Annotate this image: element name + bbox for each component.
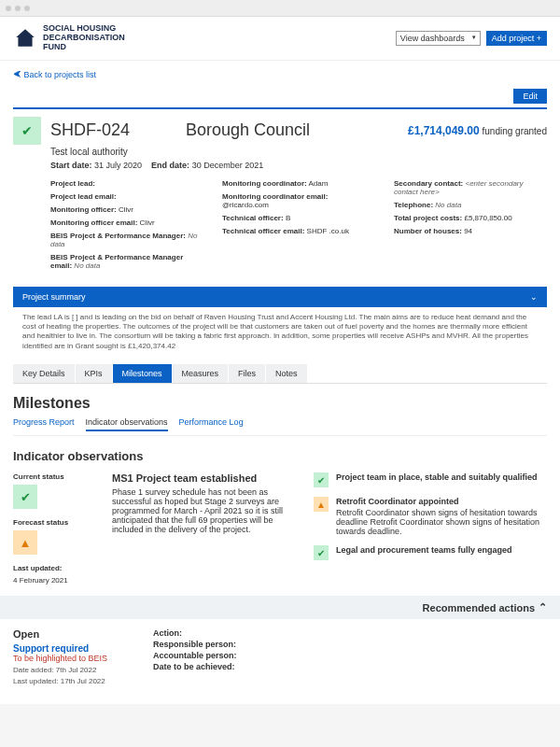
section-title: Milestones (13, 395, 547, 412)
tab-notes[interactable]: Notes (266, 364, 307, 383)
view-dashboards-select[interactable]: View dashboards (396, 31, 481, 46)
last-updated-label: Last updated: (13, 564, 97, 572)
logo-line3: FUND (43, 43, 125, 52)
project-code: SHDF-024 (50, 120, 130, 140)
end-date: 30 December 2021 (192, 161, 264, 170)
tab-files[interactable]: Files (229, 364, 265, 383)
subtab-perflog[interactable]: Performance Log (179, 417, 244, 431)
milestone-title: MS1 Project team established (112, 472, 299, 484)
window-dot (6, 6, 11, 11)
warning-icon: ▲ (13, 530, 37, 555)
check-icon: ✔ (314, 545, 329, 560)
window-dot (15, 6, 21, 11)
subtab-progress[interactable]: Progress Report (13, 417, 75, 431)
start-date: 31 July 2020 (94, 161, 142, 170)
details-grid: Project lead: Project lead email: Monito… (50, 179, 547, 270)
tabs: Key Details KPIs Milestones Measures Fil… (13, 364, 547, 384)
funding-label: funding granted (482, 126, 547, 136)
recommended-actions-bar[interactable]: Recommended actions ⌃ (0, 596, 560, 619)
tab-milestones[interactable]: Milestones (113, 364, 172, 383)
subtab-indicator[interactable]: Indicator observations (86, 417, 168, 431)
window-dot (24, 6, 30, 11)
warning-icon: ▲ (314, 497, 329, 512)
check-icon: ✔ (13, 485, 37, 509)
observations: Current status ✔ Forecast status ▲ Last … (13, 472, 547, 585)
date-achieved-label: Date to be achieved: (153, 662, 235, 671)
house-icon (13, 26, 37, 50)
chevron-down-icon: ⌄ (530, 292, 538, 302)
last-updated-value: 4 February 2021 (13, 576, 97, 585)
chevron-up-icon: ⌃ (539, 601, 547, 613)
beis-highlight: To be highlighted to BEIS (13, 654, 134, 663)
obs-item: ✔ Project team in place, stable and suit… (314, 472, 547, 487)
end-date-label: End date: (151, 161, 189, 170)
tab-kpis[interactable]: KPIs (76, 364, 112, 383)
tab-key-details[interactable]: Key Details (13, 364, 75, 383)
project-summary-bar[interactable]: Project summary ⌄ (13, 287, 547, 307)
status-check-icon: ✔ (13, 117, 41, 145)
actions-area: Open Support required To be highlighted … (0, 619, 560, 704)
back-link[interactable]: ⮜ Back to projects list (0, 61, 109, 89)
project-summary-text: The lead LA is [ ] and is leading on the… (0, 307, 560, 358)
accountable-label: Accountable person: (153, 651, 237, 660)
responsible-label: Responsible person: (153, 640, 236, 649)
current-status-label: Current status (13, 472, 97, 481)
project-council: Borough Council (186, 120, 310, 140)
browser-chrome (0, 0, 560, 17)
add-project-button[interactable]: Add project + (486, 31, 547, 46)
page-header: SOCIAL HOUSING DECARBONISATION FUND View… (0, 17, 560, 61)
support-required-link[interactable]: Support required (13, 643, 134, 654)
project-card: ✔ SHDF-024 Borough Council £1,714,049.00… (13, 107, 547, 277)
action-open: Open (13, 628, 134, 640)
edit-button[interactable]: Edit (513, 89, 547, 104)
subsection-title: Indicator observations (13, 449, 547, 463)
check-icon: ✔ (314, 472, 329, 487)
obs-item: ▲ Retrofit Coordinator appointed Retrofi… (314, 497, 547, 536)
milestone-body: Phase 1 survey schedule has not been as … (112, 487, 299, 534)
funding-amount: £1,714,049.00 (408, 124, 480, 137)
project-subtitle: Test local authority (50, 147, 547, 157)
start-date-label: Start date: (50, 161, 92, 170)
logo: SOCIAL HOUSING DECARBONISATION FUND (13, 24, 125, 52)
action-label: Action: (153, 628, 182, 638)
subtabs: Progress Report Indicator observations P… (13, 417, 547, 436)
tab-measures[interactable]: Measures (173, 364, 229, 383)
forecast-status-label: Forecast status (13, 518, 97, 527)
obs-item: ✔ Legal and procurement teams fully enga… (314, 545, 547, 560)
